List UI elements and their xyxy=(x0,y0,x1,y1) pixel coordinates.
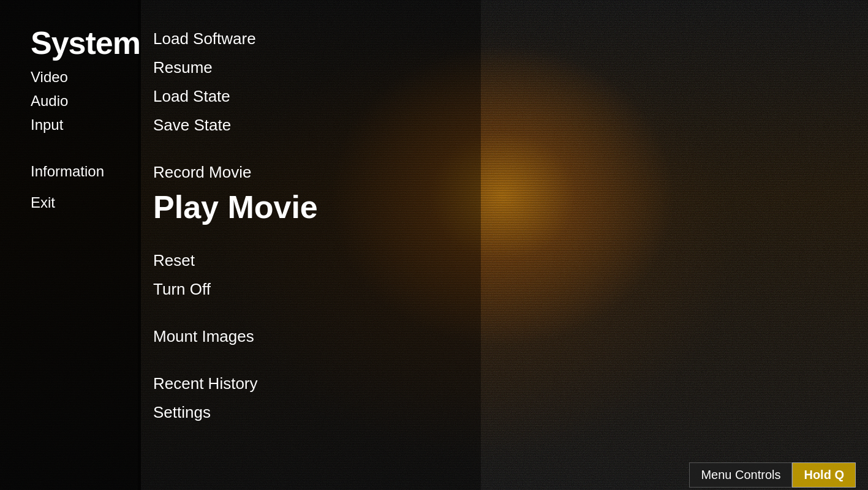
sidebar-item-information[interactable]: Information xyxy=(31,159,141,183)
menu-item-mount-images[interactable]: Mount Images xyxy=(153,322,868,351)
sidebar: System Video Audio Input Information Exi… xyxy=(0,0,141,490)
menu-item-play-movie[interactable]: Play Movie xyxy=(153,187,868,227)
menu-item-turn-off[interactable]: Turn Off xyxy=(153,275,868,304)
menu-item-reset[interactable]: Reset xyxy=(153,246,868,275)
sidebar-item-input[interactable]: Input xyxy=(31,113,141,137)
spacer-2 xyxy=(153,238,868,246)
menu-group-3: Reset Turn Off xyxy=(153,246,868,304)
menu-item-record-movie[interactable]: Record Movie xyxy=(153,158,868,187)
menu-group-4: Mount Images xyxy=(153,322,868,351)
menu-item-settings[interactable]: Settings xyxy=(153,398,868,427)
menu-item-save-state[interactable]: Save State xyxy=(153,111,868,140)
sidebar-item-video[interactable]: Video xyxy=(31,65,141,89)
spacer-4 xyxy=(153,361,868,369)
sidebar-item-audio[interactable]: Audio xyxy=(31,89,141,113)
main-menu: Load Software Resume Load State Save Sta… xyxy=(141,0,868,490)
sidebar-title: System xyxy=(31,24,141,61)
bottom-bar: Menu Controls Hold Q xyxy=(689,459,868,490)
menu-item-recent-history[interactable]: Recent History xyxy=(153,369,868,398)
sidebar-item-exit[interactable]: Exit xyxy=(31,190,141,214)
menu-group-5: Recent History Settings xyxy=(153,369,868,427)
menu-group-2: Record Movie Play Movie xyxy=(153,158,868,227)
spacer-1 xyxy=(153,149,868,158)
menu-controls-label: Menu Controls xyxy=(689,462,792,488)
holdq-label[interactable]: Hold Q xyxy=(792,462,856,488)
menu-item-load-software[interactable]: Load Software xyxy=(153,24,868,53)
menu-group-1: Load Software Resume Load State Save Sta… xyxy=(153,24,868,140)
spacer-3 xyxy=(153,314,868,322)
menu-item-resume[interactable]: Resume xyxy=(153,53,868,82)
menu-item-load-state[interactable]: Load State xyxy=(153,82,868,111)
